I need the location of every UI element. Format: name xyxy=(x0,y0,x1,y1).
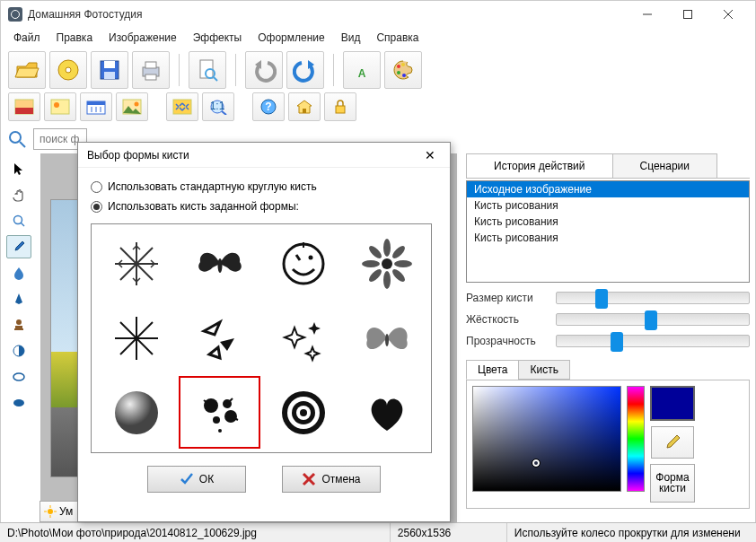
slider-opacity[interactable] xyxy=(556,335,750,347)
cd-button[interactable] xyxy=(49,51,87,89)
radio-round-brush[interactable]: Использовать стандартную круглую кисть xyxy=(91,177,437,197)
history-item[interactable]: Кисть рисования xyxy=(467,230,749,246)
main-toolbar: A xyxy=(1,48,755,92)
tool-pointer[interactable] xyxy=(6,157,31,180)
tool-zoom[interactable] xyxy=(6,209,31,232)
close-button[interactable] xyxy=(708,1,748,28)
print-button[interactable] xyxy=(132,51,170,89)
svg-rect-37 xyxy=(303,109,306,113)
svg-point-30 xyxy=(135,102,139,107)
brush-shape-dialog: Выбор формы кисти ✕ Использовать стандар… xyxy=(77,142,451,522)
svg-rect-22 xyxy=(51,100,69,114)
status-dims: 2560x1536 xyxy=(391,523,507,542)
brush-spiral[interactable] xyxy=(262,376,344,449)
palette-button[interactable] xyxy=(384,51,422,89)
text-button[interactable]: A xyxy=(343,51,381,89)
color-gradient[interactable] xyxy=(472,386,621,492)
status-hint: Используйте колесо прокрутки для изменен… xyxy=(507,523,756,542)
tab-history[interactable]: История действий xyxy=(466,153,613,178)
search-icon[interactable] xyxy=(4,127,30,152)
eyedropper-button[interactable] xyxy=(651,426,694,458)
secondary-toolbar: 1:1 ? xyxy=(1,92,755,125)
brush-butterfly1[interactable] xyxy=(179,228,260,301)
brush-smiley[interactable] xyxy=(262,228,344,301)
svg-rect-10 xyxy=(145,62,156,68)
menu-decoration[interactable]: Оформление xyxy=(251,30,331,46)
svg-line-42 xyxy=(21,223,24,226)
home-button[interactable] xyxy=(288,92,321,121)
svg-rect-44 xyxy=(15,326,22,328)
brush-splatter[interactable] xyxy=(179,376,260,449)
slider-hardness[interactable] xyxy=(556,313,750,326)
history-item[interactable]: Кисть рисования xyxy=(467,197,749,214)
ok-button[interactable]: ОК xyxy=(147,466,246,493)
tool-eyedropper[interactable] xyxy=(6,235,31,258)
tab-brush[interactable]: Кисть xyxy=(518,360,569,380)
svg-rect-38 xyxy=(336,106,345,113)
svg-point-65 xyxy=(362,260,380,267)
minimize-button[interactable] xyxy=(627,1,667,28)
maximize-button[interactable] xyxy=(667,1,708,28)
svg-point-77 xyxy=(115,391,158,434)
save-button[interactable] xyxy=(91,51,128,89)
radio-icon xyxy=(91,181,102,193)
brush-butterfly2[interactable] xyxy=(346,302,427,375)
brush-shape-button[interactable]: Форма кисти xyxy=(650,464,695,503)
help-button[interactable]: ? xyxy=(252,92,285,121)
slider-brush-size[interactable] xyxy=(556,292,750,304)
radio-icon xyxy=(91,201,102,213)
history-list[interactable]: Исходное изображение Кисть рисования Кис… xyxy=(466,180,750,283)
label-hardness: Жёсткость xyxy=(466,313,556,326)
brush-heart[interactable] xyxy=(346,376,427,449)
brush-sparkles[interactable] xyxy=(262,302,344,375)
svg-rect-11 xyxy=(145,74,156,80)
tool-drop[interactable] xyxy=(6,261,31,284)
tool-contrast[interactable] xyxy=(6,339,31,363)
menu-help[interactable]: Справка xyxy=(369,30,426,46)
brush-asterisk[interactable] xyxy=(95,302,177,375)
redo-button[interactable] xyxy=(286,51,324,89)
svg-rect-21 xyxy=(15,108,33,114)
color-swatch[interactable] xyxy=(650,386,695,421)
tab-colors[interactable]: Цвета xyxy=(466,360,519,380)
tool-hand[interactable] xyxy=(6,183,31,206)
image-red-button[interactable] xyxy=(8,92,40,121)
svg-rect-7 xyxy=(104,61,115,68)
svg-point-59 xyxy=(284,244,323,284)
menu-edit[interactable]: Правка xyxy=(49,30,101,46)
tool-palette xyxy=(1,153,37,538)
tool-pen[interactable] xyxy=(6,287,31,310)
menu-image[interactable]: Изображение xyxy=(101,30,184,46)
tool-stamp[interactable] xyxy=(6,313,31,337)
tool-ellipse[interactable] xyxy=(6,365,31,389)
landscape-button[interactable] xyxy=(116,92,148,121)
dialog-close-button[interactable]: ✕ xyxy=(419,148,441,162)
svg-point-48 xyxy=(13,399,24,406)
menu-view[interactable]: Вид xyxy=(334,30,368,46)
lock-button[interactable] xyxy=(324,92,356,121)
open-button[interactable] xyxy=(8,51,46,89)
brush-triangles[interactable] xyxy=(179,302,260,375)
history-item[interactable]: Кисть рисования xyxy=(467,214,749,230)
radio-shape-brush[interactable]: Использовать кисть заданной формы: xyxy=(91,197,437,216)
x-icon xyxy=(302,472,316,486)
arrows-button[interactable] xyxy=(166,92,198,121)
calendar-button[interactable] xyxy=(80,92,112,121)
tool-ellipse-fill[interactable] xyxy=(6,391,31,415)
brush-snowflake[interactable] xyxy=(95,228,177,301)
undo-button[interactable] xyxy=(245,51,283,89)
hue-bar[interactable] xyxy=(627,386,645,492)
menu-effects[interactable]: Эффекты xyxy=(186,30,250,46)
tab-scenarios[interactable]: Сценарии xyxy=(612,153,717,178)
menu-file[interactable]: Файл xyxy=(6,30,48,46)
image-yellow-button[interactable] xyxy=(44,92,76,121)
zoom-1-1-button[interactable]: 1:1 xyxy=(202,92,234,121)
svg-point-49 xyxy=(48,509,53,514)
history-item[interactable]: Исходное изображение xyxy=(467,181,749,197)
svg-rect-31 xyxy=(173,100,191,114)
cancel-button[interactable]: Отмена xyxy=(282,466,381,493)
svg-point-58 xyxy=(217,258,222,273)
search-page-button[interactable] xyxy=(189,51,226,89)
brush-sphere[interactable] xyxy=(95,376,177,449)
brush-flower[interactable] xyxy=(346,228,427,301)
